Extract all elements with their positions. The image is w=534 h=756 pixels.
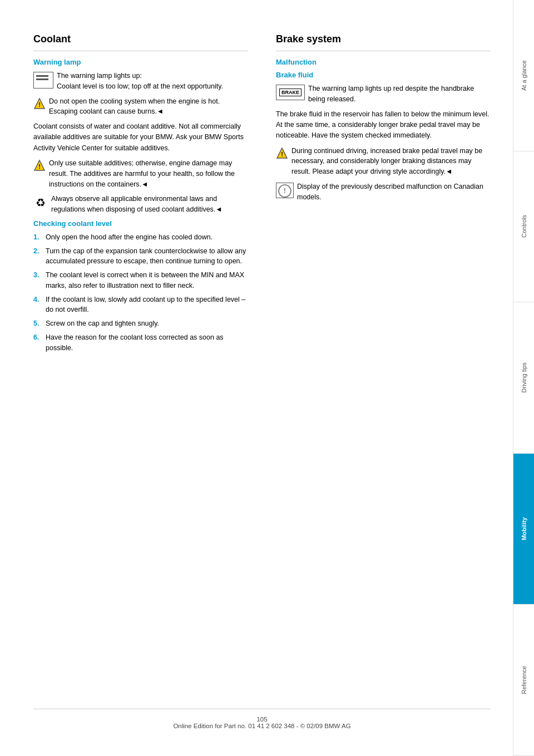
main-content: Coolant Warning lamp The warning lamp li… [0, 0, 513, 756]
page-footer: 105 Online Edition for Part no. 01 41 2 … [33, 709, 491, 734]
step-3-text: The coolant level is correct when it is … [46, 270, 248, 291]
canadian-icon: ! [276, 183, 294, 198]
sidebar-tab-reference[interactable]: Reference [513, 605, 534, 756]
sidebar-tab-mobility-label: Mobility [521, 517, 527, 541]
sidebar-tab-driving-tips[interactable]: Driving tips [513, 302, 534, 454]
step-5-text: Screw on the cap and tighten snugly. [46, 318, 248, 329]
coolant-section-title: Coolant [33, 33, 248, 45]
warning-triangle-icon-1: ! [33, 97, 46, 110]
step-2: 2. Turn the cap of the expansion tank co… [33, 246, 248, 267]
sidebar-tab-driving-tips-label: Driving tips [521, 362, 527, 392]
recycle-icon: ♻ [33, 195, 48, 210]
step-1-number: 1. [33, 232, 42, 243]
brake-warning-box: BRAKE The warning lamp lights up red des… [276, 84, 491, 105]
step-6-text: Have the reason for the coolant loss cor… [46, 332, 248, 354]
brake-caution-box: ! During continued driving, increased br… [276, 146, 491, 177]
warning-lamp-box: The warning lamp lights up:Coolant level… [33, 71, 248, 92]
step-5: 5. Screw on the cap and tighten snugly. [33, 318, 248, 329]
coolant-additive-paragraph: Coolant consists of water and coolant ad… [33, 121, 248, 154]
step-3-number: 3. [33, 270, 42, 291]
caution-hot-coolant-text: Do not open the cooling system when the … [49, 96, 248, 117]
step-1: 1. Only open the hood after the engine h… [33, 232, 248, 243]
page-number: 105 [256, 716, 267, 723]
caution-additives: ! Only use suitable additives; otherwise… [33, 158, 248, 189]
brake-caution-text: During continued driving, increased brak… [291, 146, 491, 177]
left-divider [33, 51, 248, 51]
step-3: 3. The coolant level is correct when it … [33, 270, 248, 291]
warning-lamp-text: The warning lamp lights up:Coolant level… [57, 71, 223, 92]
sidebar-tab-at-a-glance-label: At a glance [521, 60, 527, 91]
step-1-text: Only open the hood after the engine has … [46, 232, 248, 243]
step-6-number: 6. [33, 332, 42, 354]
recycle-text: Always observe all applicable environmen… [51, 194, 248, 215]
step-4-number: 4. [33, 294, 42, 316]
coolant-warning-icon [33, 72, 53, 89]
malfunction-subtitle: Malfunction [276, 58, 491, 66]
sidebar-tab-controls[interactable]: Controls [513, 151, 534, 303]
brake-system-section-title: Brake system [276, 33, 491, 45]
brake-fluid-paragraph: The brake fluid in the reservoir has fal… [276, 109, 491, 141]
step-2-number: 2. [33, 246, 42, 267]
step-2-text: Turn the cap of the expansion tank count… [46, 246, 248, 267]
coolant-steps-list: 1. Only open the hood after the engine h… [33, 232, 248, 354]
recycle-notice: ♻ Always observe all applicable environm… [33, 194, 248, 215]
brake-warning-text: The warning lamp lights up red despite t… [308, 84, 491, 105]
checking-coolant-subtitle: Checking coolant level [33, 219, 248, 228]
step-5-number: 5. [33, 318, 42, 329]
page-container: Coolant Warning lamp The warning lamp li… [0, 0, 534, 756]
canadian-models-box: ! Display of the previously described ma… [276, 181, 491, 203]
left-column: Coolant Warning lamp The warning lamp li… [33, 33, 254, 698]
brake-warning-icon: BRAKE [276, 85, 305, 100]
svg-text:!: ! [38, 163, 41, 170]
info-circle-icon: ! [278, 184, 291, 198]
sidebar: At a glance Controls Driving tips Mobili… [513, 0, 534, 756]
svg-text:!: ! [38, 101, 41, 108]
warning-triangle-icon-2: ! [33, 159, 46, 171]
footer-text: Online Edition for Part no. 01 41 2 602 … [173, 723, 350, 729]
step-6: 6. Have the reason for the coolant loss … [33, 332, 248, 354]
sidebar-tab-mobility[interactable]: Mobility [513, 454, 534, 605]
sidebar-tab-at-a-glance[interactable]: At a glance [513, 0, 534, 151]
svg-text:!: ! [281, 151, 283, 158]
canadian-text: Display of the previously described malf… [297, 181, 491, 203]
right-column: Brake system Malfunction Brake fluid BRA… [270, 33, 491, 698]
step-4: 4. If the coolant is low, slowly add coo… [33, 294, 248, 316]
sidebar-tab-reference-label: Reference [521, 666, 527, 694]
brake-label: BRAKE [279, 89, 301, 96]
caution-hot-coolant: ! Do not open the cooling system when th… [33, 96, 248, 117]
warning-triangle-icon-3: ! [276, 147, 288, 159]
right-divider [276, 51, 491, 51]
sidebar-tab-controls-label: Controls [521, 215, 527, 238]
warning-lamp-subtitle: Warning lamp [33, 58, 248, 66]
two-column-layout: Coolant Warning lamp The warning lamp li… [33, 33, 491, 698]
caution-additives-text: Only use suitable additives; otherwise, … [49, 158, 248, 189]
step-4-text: If the coolant is low, slowly add coolan… [46, 294, 248, 316]
brake-fluid-subtitle: Brake fluid [276, 71, 491, 79]
